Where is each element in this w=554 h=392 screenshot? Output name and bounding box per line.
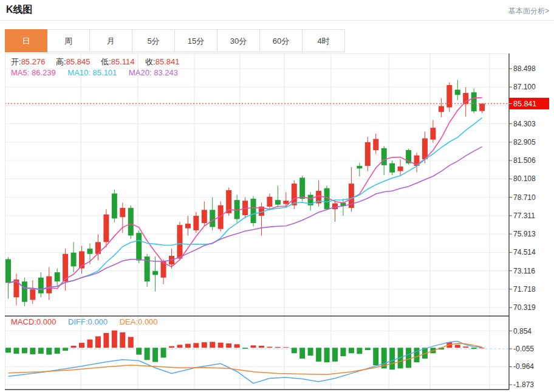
macd-bar (5, 348, 11, 352)
macd-bar (316, 348, 321, 362)
macd-bar (161, 348, 166, 357)
macd-bar (267, 347, 272, 348)
price-tick-label: 84.303 (513, 120, 536, 128)
diff-value: DIFF:0.000 (68, 317, 108, 326)
macd-bar (169, 346, 174, 348)
candle-body (455, 90, 460, 95)
macd-bar (471, 348, 477, 349)
macd-bar (283, 347, 289, 348)
macd-bar (218, 343, 224, 348)
ma5-value: 86.239 (32, 68, 56, 77)
candle-body (103, 215, 109, 242)
tab-4时[interactable]: 4时 (303, 29, 345, 52)
kline-chart-area[interactable]: 88.49887.10084.30382.90581.50680.10878.7… (5, 53, 549, 390)
macd-bar (120, 332, 125, 348)
tab-周[interactable]: 周 (47, 29, 90, 52)
macd-bar (128, 337, 134, 348)
candle-body (202, 210, 207, 223)
kline-chart-svg[interactable]: 88.49887.10084.30382.90581.50680.10878.7… (5, 53, 549, 390)
macd-bar (210, 342, 215, 348)
tab-5分[interactable]: 5分 (132, 29, 175, 52)
candle-body (177, 225, 182, 258)
candle-body (446, 85, 452, 108)
close-label: 收: (145, 57, 156, 66)
candle-body (479, 103, 485, 111)
macd-bar (332, 348, 338, 362)
price-tick-label: 70.319 (513, 303, 536, 312)
macd-bar (202, 342, 207, 348)
candle-body (30, 289, 35, 300)
candle-body (46, 277, 52, 294)
candle-body (210, 210, 215, 227)
macd-bar (389, 348, 395, 370)
ma20-label: MA20: (129, 68, 152, 77)
ma10-value: 85.101 (93, 68, 117, 77)
macd-bar (463, 346, 468, 348)
tab-月[interactable]: 月 (90, 29, 132, 52)
high-label: 高: (56, 57, 66, 66)
kline-page: K线图 基本面分析> 日周月5分15分30分60分4时 88.49887.100… (0, 0, 554, 392)
macd-tick-label: -1.873 (513, 380, 534, 389)
candle-body (373, 139, 378, 150)
tab-日[interactable]: 日 (5, 29, 47, 52)
macd-bar (373, 348, 378, 365)
high-group: 高:85.845 (56, 57, 90, 66)
candle-body (193, 216, 199, 230)
macd-bar (145, 348, 150, 360)
macd-bar (152, 348, 158, 362)
macd-bar (87, 340, 93, 348)
macd-tick-label: 0.854 (513, 327, 532, 335)
macd-value: MACD:0.000 (11, 317, 56, 326)
macd-bar (455, 345, 460, 348)
candle-body (5, 259, 11, 283)
open-value: 85.276 (21, 57, 46, 66)
candle-body (22, 281, 27, 302)
macd-bar (185, 344, 191, 348)
macd-bar (299, 348, 305, 359)
candle-body (439, 106, 444, 112)
macd-bar (95, 336, 101, 348)
macd-bar (479, 348, 485, 348)
ma5-group: MA5: 86.239 (11, 68, 56, 77)
header-divider (0, 20, 554, 21)
candle-body (55, 272, 60, 281)
candle-body (152, 271, 158, 275)
candle-body (381, 148, 387, 165)
macd-bar (79, 343, 84, 348)
candle-body (471, 92, 477, 111)
macd-bar (365, 348, 371, 350)
macd-bar (275, 347, 281, 348)
candle-body (185, 224, 191, 229)
macd-bar (349, 348, 354, 353)
candle-body (38, 278, 44, 294)
macd-tick-label: -0.055 (513, 345, 534, 353)
close-group: 收:85.841 (145, 57, 179, 66)
candle-body (463, 93, 468, 104)
macd-bar (30, 348, 35, 354)
candle-body (112, 193, 117, 218)
macd-bar (13, 348, 19, 354)
ma10-label: MA10: (67, 68, 91, 77)
macd-bar (38, 348, 44, 354)
macd-bar (324, 348, 330, 362)
candle-body (87, 249, 93, 254)
ma20-group: MA20: 83.243 (129, 68, 178, 77)
candle-body (128, 208, 134, 235)
tab-60分[interactable]: 60分 (260, 29, 303, 52)
price-tick-label: 81.506 (513, 156, 536, 165)
candle-body (398, 167, 403, 171)
macd-tick-label: -0.964 (513, 362, 534, 371)
tab-30分[interactable]: 30分 (217, 29, 260, 52)
period-tabbar: 日周月5分15分30分60分4时 (5, 29, 345, 52)
macd-bar (308, 348, 313, 356)
low-value: 85.114 (111, 57, 135, 66)
tab-15分[interactable]: 15分 (175, 29, 217, 52)
open-label: 开: (11, 57, 21, 66)
fundamental-analysis-link[interactable]: 基本面分析> (508, 6, 549, 16)
candle-body (422, 139, 428, 160)
macd-bar (63, 348, 68, 351)
dea-value: DEA:0.000 (120, 317, 158, 326)
current-price-label: 85.841 (513, 100, 536, 108)
price-tick-label: 71.718 (513, 285, 536, 294)
price-tick-label: 75.913 (513, 230, 536, 238)
